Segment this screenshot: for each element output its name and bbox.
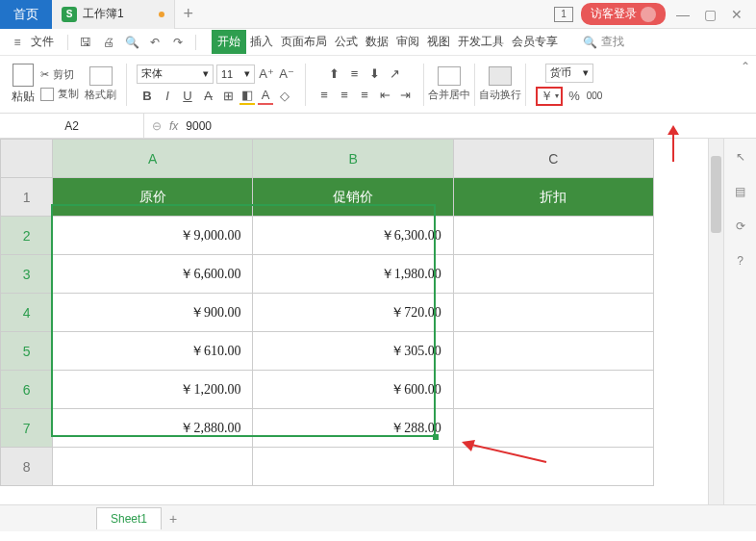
underline-button[interactable]: U xyxy=(179,88,196,105)
row-header[interactable]: 1 xyxy=(1,178,53,217)
bold-button[interactable]: B xyxy=(139,88,156,105)
row-header[interactable]: 5 xyxy=(1,332,53,371)
tab-member[interactable]: 会员专享 xyxy=(508,30,562,54)
backup-icon[interactable]: ⟳ xyxy=(732,218,749,235)
cell[interactable]: ￥1,980.00 xyxy=(253,255,453,294)
file-menu[interactable]: 文件 xyxy=(31,34,54,50)
window-count-icon[interactable]: 1 xyxy=(554,7,573,22)
cell[interactable] xyxy=(253,448,453,486)
row-header[interactable]: 3 xyxy=(1,255,53,294)
merge-center-button[interactable]: 合并居中 xyxy=(428,66,470,102)
increase-font-button[interactable]: A⁺ xyxy=(258,65,275,83)
align-center-button[interactable]: ≡ xyxy=(336,87,353,104)
comma-format-button[interactable]: 000 xyxy=(586,88,603,105)
grid[interactable]: A B C 1 原价 促销价 折扣 2￥9,000.00￥6,300.00 3￥… xyxy=(0,139,708,504)
row-header[interactable]: 6 xyxy=(1,371,53,409)
indent-decrease-button[interactable]: ⇤ xyxy=(376,87,393,104)
cell[interactable] xyxy=(453,409,653,448)
redo-icon[interactable]: ↷ xyxy=(168,33,188,52)
paste-button[interactable]: 粘贴 xyxy=(12,64,35,105)
cell[interactable]: ￥900.00 xyxy=(53,294,253,332)
cell[interactable] xyxy=(453,371,653,409)
cell[interactable]: 折扣 xyxy=(453,178,653,217)
cell[interactable] xyxy=(53,448,253,486)
percent-format-button[interactable]: % xyxy=(566,88,583,105)
vertical-scrollbar[interactable] xyxy=(708,139,723,504)
italic-button[interactable]: I xyxy=(159,88,176,105)
tab-data[interactable]: 数据 xyxy=(362,30,392,54)
guest-login-button[interactable]: 访客登录 xyxy=(581,3,666,25)
cell[interactable]: ￥610.00 xyxy=(53,332,253,371)
cell[interactable] xyxy=(453,448,653,486)
tab-insert[interactable]: 插入 xyxy=(246,30,277,54)
cell[interactable]: ￥2,880.00 xyxy=(53,409,253,448)
tab-pagelayout[interactable]: 页面布局 xyxy=(277,30,331,54)
tab-formulas[interactable]: 公式 xyxy=(331,30,362,54)
align-middle-button[interactable]: ≡ xyxy=(346,65,364,83)
font-color-button[interactable]: A xyxy=(258,88,273,105)
tab-devtools[interactable]: 开发工具 xyxy=(454,30,508,54)
save-icon[interactable]: 🖫 xyxy=(76,33,95,52)
cell[interactable]: 促销价 xyxy=(253,178,453,217)
clear-format-button[interactable]: ◇ xyxy=(276,88,293,105)
tab-view[interactable]: 视图 xyxy=(423,30,454,54)
cell[interactable]: ￥6,300.00 xyxy=(253,217,453,255)
col-header-b[interactable]: B xyxy=(253,140,453,178)
minimize-button[interactable]: — xyxy=(673,7,693,22)
add-sheet-button[interactable]: + xyxy=(162,511,185,527)
tab-start[interactable]: 开始 xyxy=(212,30,246,54)
export-icon[interactable]: 🖨 xyxy=(99,33,118,52)
close-button[interactable]: ✕ xyxy=(727,7,746,22)
font-size-select[interactable]: 11▾ xyxy=(216,64,255,84)
cell[interactable]: ￥720.00 xyxy=(253,294,453,332)
cell[interactable]: ￥600.00 xyxy=(253,371,453,409)
app-menu-icon[interactable]: ≡ xyxy=(8,33,27,52)
cell[interactable]: ￥9,000.00 xyxy=(53,217,253,255)
maximize-button[interactable]: ▢ xyxy=(700,7,719,22)
tab-home[interactable]: 首页 xyxy=(0,0,52,29)
row-header[interactable]: 4 xyxy=(1,294,53,332)
align-left-button[interactable]: ≡ xyxy=(315,87,333,104)
cell[interactable] xyxy=(453,217,653,255)
cell[interactable]: ￥288.00 xyxy=(253,409,453,448)
decrease-font-button[interactable]: A⁻ xyxy=(278,65,295,83)
print-preview-icon[interactable]: 🔍 xyxy=(122,33,141,52)
row-header[interactable]: 8 xyxy=(1,448,53,486)
select-tool-icon[interactable]: ↖ xyxy=(732,148,749,166)
tab-review[interactable]: 审阅 xyxy=(392,30,423,54)
cell[interactable]: 原价 xyxy=(53,178,253,217)
properties-icon[interactable]: ▤ xyxy=(732,183,749,200)
scrollbar-thumb[interactable] xyxy=(711,156,721,233)
cancel-edit-icon[interactable]: ⊖ xyxy=(152,119,162,133)
cell[interactable]: ￥6,600.00 xyxy=(53,255,253,294)
wrap-text-button[interactable]: 自动换行 xyxy=(479,66,521,102)
cell[interactable]: ￥1,200.00 xyxy=(53,371,253,409)
name-box[interactable]: A2 xyxy=(0,114,144,138)
indent-increase-button[interactable]: ⇥ xyxy=(396,87,414,104)
row-header[interactable]: 7 xyxy=(1,409,53,448)
col-header-c[interactable]: C xyxy=(453,140,653,178)
cell[interactable] xyxy=(453,255,653,294)
tab-workbook[interactable]: S 工作簿1 xyxy=(52,0,175,29)
row-header[interactable]: 2 xyxy=(1,217,53,255)
number-format-select[interactable]: 货币▾ xyxy=(545,64,593,83)
select-all-corner[interactable] xyxy=(1,140,53,178)
align-top-button[interactable]: ⬆ xyxy=(326,65,343,83)
align-bottom-button[interactable]: ⬇ xyxy=(366,65,384,83)
sheet-tab[interactable]: Sheet1 xyxy=(96,507,162,529)
cell[interactable]: ￥305.00 xyxy=(253,332,453,371)
undo-icon[interactable]: ↶ xyxy=(145,33,164,52)
fill-color-button[interactable]: ◧ xyxy=(239,88,255,105)
cell[interactable] xyxy=(453,294,653,332)
copy-button[interactable]: 复制 xyxy=(40,86,79,103)
border-button[interactable]: ⊞ xyxy=(219,88,237,105)
fx-icon[interactable]: fx xyxy=(169,119,178,133)
strike-button[interactable]: A̶ xyxy=(199,88,216,105)
help-icon[interactable]: ? xyxy=(732,252,749,270)
currency-format-button[interactable]: ￥▾ xyxy=(536,87,563,106)
ribbon-collapse-icon[interactable]: ⌃ xyxy=(741,60,750,73)
format-painter-button[interactable]: 格式刷 xyxy=(85,66,116,102)
search-box[interactable]: 🔍 查找 xyxy=(583,34,624,50)
col-header-a[interactable]: A xyxy=(53,140,253,178)
font-name-select[interactable]: 宋体▾ xyxy=(137,64,214,84)
